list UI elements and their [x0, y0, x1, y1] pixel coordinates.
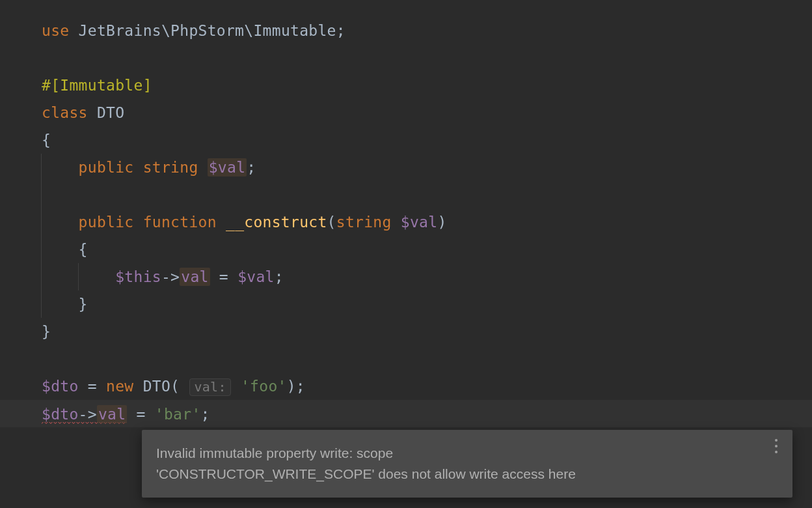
ns-segment: JetBrains	[79, 22, 161, 39]
attribute-close: ]	[143, 77, 152, 94]
arrow-op: ->	[79, 406, 97, 423]
variable-dto: $dto	[42, 406, 79, 423]
variable-dto: $dto	[42, 378, 79, 395]
function-construct: __construct	[226, 214, 327, 231]
keyword-public: public	[79, 214, 134, 231]
assign-op: =	[210, 268, 237, 285]
class-name: DTO	[143, 378, 170, 395]
param-name-hint: val:	[189, 378, 230, 396]
paren-open: (	[170, 378, 180, 395]
assign-op: =	[127, 406, 154, 423]
tooltip-message-line2: 'CONSTRUCTOR_WRITE_SCOPE' does not allow…	[156, 464, 760, 485]
paren-close: )	[287, 378, 296, 395]
class-name: DTO	[97, 104, 124, 121]
semicolon: ;	[201, 406, 210, 423]
brace-close: }	[79, 296, 88, 313]
error-underline[interactable]: $dto->val	[42, 406, 127, 425]
attribute-open: #[	[42, 77, 60, 94]
paren-close: )	[437, 214, 446, 231]
brace-open: {	[42, 132, 51, 148]
ns-sep: \	[161, 22, 170, 39]
semicolon: ;	[247, 159, 256, 176]
param-val: $val	[401, 214, 438, 231]
code-editor[interactable]: use JetBrains\PhpStorm\Immutable; #[Immu…	[0, 0, 812, 428]
semicolon: ;	[275, 268, 284, 285]
ns-segment: PhpStorm	[170, 22, 244, 39]
keyword-public: public	[79, 159, 134, 176]
more-actions-icon[interactable]	[770, 439, 782, 453]
variable-val: $val	[237, 268, 275, 285]
attribute-name: Immutable	[60, 77, 142, 94]
param-type-string: string	[336, 214, 392, 231]
ns-sep: \	[244, 22, 253, 39]
keyword-class: class	[42, 104, 88, 121]
string-foo: 'foo'	[241, 378, 287, 395]
brace-open: {	[79, 241, 88, 258]
keyword-new: new	[106, 378, 133, 395]
code-block[interactable]: use JetBrains\PhpStorm\Immutable; #[Immu…	[42, 17, 812, 428]
property-val: val	[180, 268, 210, 286]
property-val: val	[97, 405, 127, 423]
semicolon: ;	[296, 378, 305, 395]
ns-segment: Immutable	[253, 22, 336, 39]
string-bar: 'bar'	[155, 406, 201, 423]
arrow-op: ->	[161, 268, 180, 285]
inspection-tooltip[interactable]: Invalid immutable property write: scope …	[142, 430, 792, 498]
keyword-string: string	[143, 159, 198, 176]
tooltip-message-line1: Invalid immutable property write: scope	[156, 443, 760, 464]
semicolon: ;	[336, 22, 345, 39]
keyword-use: use	[42, 22, 69, 39]
brace-close: }	[42, 323, 51, 340]
assign-op: =	[79, 378, 106, 395]
variable-this: $this	[115, 268, 161, 285]
keyword-function: function	[143, 214, 217, 231]
paren-open: (	[327, 214, 336, 231]
variable-val: $val	[208, 158, 247, 176]
